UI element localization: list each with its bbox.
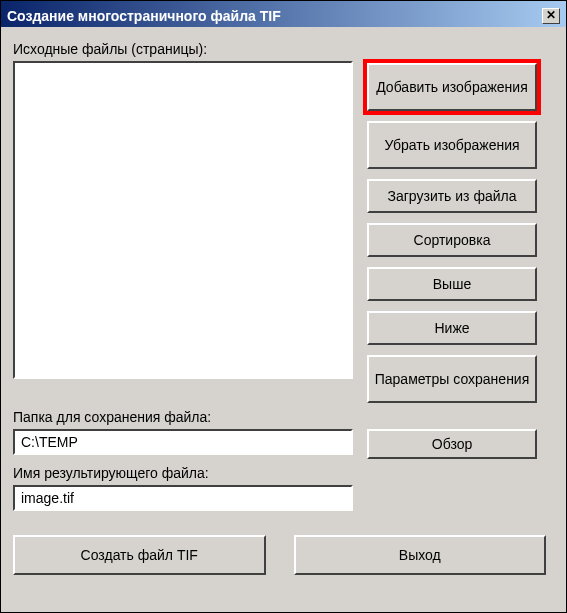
source-files-label: Исходные файлы (страницы): bbox=[13, 41, 554, 57]
left-column bbox=[13, 61, 353, 379]
load-from-file-button[interactable]: Загрузить из файла bbox=[367, 179, 537, 213]
dialog-window: Создание многостраничного файла TIF ✕ Ис… bbox=[0, 0, 567, 613]
save-params-button[interactable]: Параметры сохранения bbox=[367, 355, 537, 403]
bottom-buttons: Создать файл TIF Выход bbox=[13, 535, 554, 575]
save-folder-input[interactable] bbox=[13, 429, 353, 455]
move-up-button[interactable]: Выше bbox=[367, 267, 537, 301]
result-file-label: Имя результирующего файла: bbox=[13, 465, 554, 481]
save-folder-row: Обзор bbox=[13, 429, 554, 459]
client-area: Исходные файлы (страницы): Добавить изоб… bbox=[1, 27, 566, 587]
exit-button[interactable]: Выход bbox=[294, 535, 547, 575]
source-files-listbox[interactable] bbox=[13, 61, 353, 379]
sort-button[interactable]: Сортировка bbox=[367, 223, 537, 257]
save-folder-label: Папка для сохранения файла: bbox=[13, 409, 554, 425]
window-title: Создание многостраничного файла TIF bbox=[7, 8, 281, 24]
main-columns: Добавить изображения Убрать изображения … bbox=[13, 61, 554, 403]
create-tif-button[interactable]: Создать файл TIF bbox=[13, 535, 266, 575]
remove-images-button[interactable]: Убрать изображения bbox=[367, 121, 537, 169]
move-down-button[interactable]: Ниже bbox=[367, 311, 537, 345]
close-icon[interactable]: ✕ bbox=[542, 8, 560, 24]
add-images-button[interactable]: Добавить изображения bbox=[367, 63, 537, 111]
title-bar: Создание многостраничного файла TIF ✕ bbox=[1, 1, 566, 27]
browse-button[interactable]: Обзор bbox=[367, 429, 537, 459]
right-column: Добавить изображения Убрать изображения … bbox=[367, 61, 554, 403]
result-file-input[interactable] bbox=[13, 485, 353, 511]
